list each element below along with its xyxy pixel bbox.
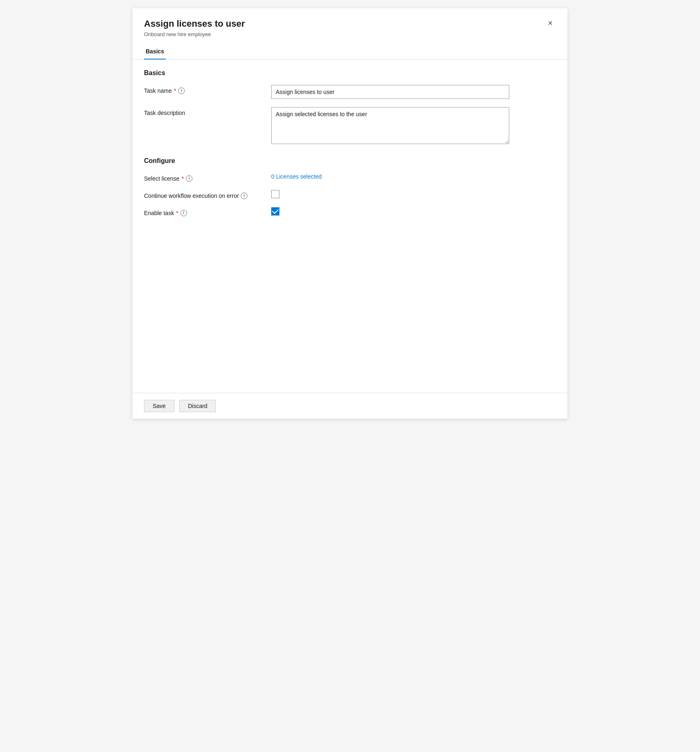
task-description-input[interactable]: Assign selected licenses to the user — [271, 107, 509, 144]
continue-workflow-checkbox[interactable] — [271, 190, 279, 198]
select-license-label: Select license — [144, 175, 179, 182]
task-name-row: Task name * i — [144, 85, 556, 99]
task-name-input[interactable] — [271, 85, 509, 99]
enable-task-row: Enable task * i — [144, 207, 556, 216]
tab-basics[interactable]: Basics — [144, 44, 166, 60]
task-name-required: * — [174, 87, 176, 94]
tab-basics-label: Basics — [146, 48, 164, 55]
licenses-selected-button[interactable]: 0 Licenses selected — [271, 173, 322, 180]
task-description-label-area: Task description — [144, 107, 271, 116]
enable-task-checkbox[interactable] — [271, 207, 279, 216]
dialog-header: Assign licenses to user Onboard new hire… — [133, 8, 567, 37]
select-license-row: Select license * i 0 Licenses selected — [144, 173, 556, 182]
continue-workflow-info-icon[interactable]: i — [241, 193, 247, 199]
basics-heading: Basics — [144, 69, 556, 77]
dialog-body: Basics Task name * i Task description A — [133, 60, 567, 393]
task-name-info-icon[interactable]: i — [178, 87, 185, 94]
dialog-title: Assign licenses to user — [144, 18, 245, 30]
licenses-selected-count: 0 Licenses selected — [271, 173, 322, 180]
continue-workflow-label: Continue workflow execution on error — [144, 193, 239, 199]
select-license-control: 0 Licenses selected — [271, 173, 556, 180]
task-description-control: Assign selected licenses to the user — [271, 107, 556, 146]
enable-task-label-area: Enable task * i — [144, 207, 271, 216]
save-button[interactable]: Save — [144, 400, 174, 412]
enable-task-info-icon[interactable]: i — [181, 210, 187, 216]
discard-label: Discard — [188, 403, 207, 409]
enable-task-checkbox-wrapper — [271, 207, 556, 216]
continue-workflow-label-area: Continue workflow execution on error i — [144, 190, 271, 199]
close-button[interactable]: × — [544, 17, 556, 29]
task-name-label: Task name — [144, 87, 172, 94]
close-icon: × — [548, 18, 553, 28]
task-description-label: Task description — [144, 110, 185, 116]
assign-licenses-dialog: Assign licenses to user Onboard new hire… — [133, 8, 567, 419]
configure-heading: Configure — [144, 157, 556, 165]
task-description-row: Task description Assign selected license… — [144, 107, 556, 146]
task-name-label-area: Task name * i — [144, 85, 271, 94]
enable-task-control — [271, 207, 556, 216]
configure-section: Configure Select license * i 0 Licenses … — [144, 157, 556, 216]
save-label: Save — [153, 403, 166, 409]
task-name-control — [271, 85, 556, 99]
tabs-bar: Basics — [133, 44, 567, 60]
select-license-info-icon[interactable]: i — [186, 175, 192, 182]
dialog-title-area: Assign licenses to user Onboard new hire… — [144, 18, 245, 37]
select-license-required: * — [181, 175, 183, 182]
discard-button[interactable]: Discard — [179, 400, 216, 412]
dialog-footer: Save Discard — [133, 393, 567, 419]
continue-workflow-row: Continue workflow execution on error i — [144, 190, 556, 199]
enable-task-required: * — [176, 210, 178, 216]
basics-section: Basics Task name * i Task description A — [144, 69, 556, 146]
continue-workflow-checkbox-wrapper — [271, 190, 556, 198]
enable-task-label: Enable task — [144, 210, 174, 216]
select-license-label-area: Select license * i — [144, 173, 271, 182]
dialog-subtitle: Onboard new hire employee — [144, 31, 245, 37]
continue-workflow-control — [271, 190, 556, 198]
